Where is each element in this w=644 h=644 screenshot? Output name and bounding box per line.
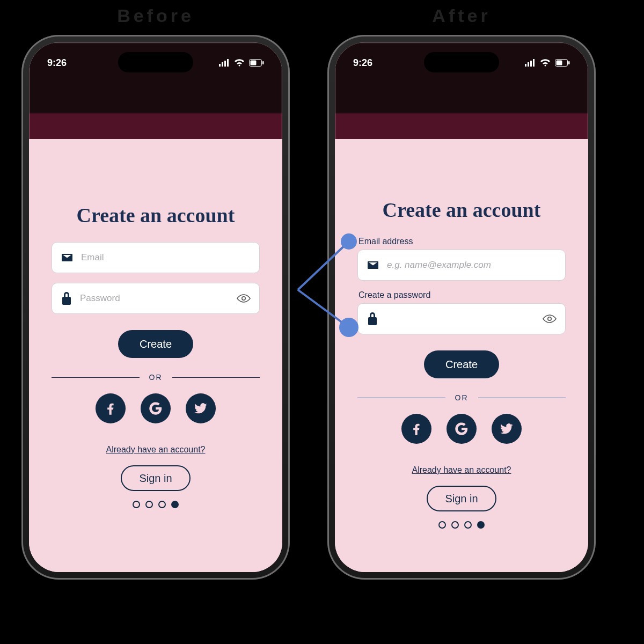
page-dots	[357, 521, 566, 529]
svg-rect-8	[525, 64, 526, 67]
status-time: 9:26	[353, 57, 372, 69]
eye-icon[interactable]	[237, 293, 251, 304]
google-icon	[454, 421, 469, 436]
page-dot[interactable]	[464, 521, 472, 529]
page-dot[interactable]	[438, 521, 446, 529]
battery-icon	[555, 59, 570, 67]
lock-icon	[367, 312, 378, 325]
svg-rect-1	[222, 62, 223, 67]
status-time: 9:26	[47, 57, 67, 69]
email-field[interactable]	[52, 242, 260, 273]
email-field[interactable]	[357, 250, 566, 281]
password-field[interactable]	[52, 283, 260, 314]
svg-rect-6	[251, 61, 257, 65]
status-bar: 9:26	[335, 52, 588, 74]
battery-icon	[249, 59, 264, 67]
svg-rect-10	[530, 61, 532, 67]
lock-icon	[61, 292, 72, 305]
cellular-icon	[525, 59, 536, 67]
svg-rect-14	[557, 61, 562, 65]
page-dots	[52, 501, 260, 508]
or-divider: OR	[52, 373, 260, 382]
svg-point-7	[242, 297, 245, 300]
svg-rect-13	[568, 61, 570, 64]
mail-icon	[367, 259, 379, 272]
facebook-icon	[409, 421, 424, 436]
facebook-button[interactable]	[401, 414, 431, 444]
signin-button[interactable]: Sign in	[427, 486, 496, 511]
svg-rect-0	[219, 64, 221, 67]
page-dot[interactable]	[158, 501, 166, 508]
page-dot-active[interactable]	[477, 521, 485, 529]
caption-before: Before	[21, 5, 290, 26]
svg-point-15	[548, 317, 551, 320]
password-input[interactable]	[386, 313, 535, 324]
google-button[interactable]	[141, 393, 171, 423]
password-label: Create a password	[358, 290, 565, 300]
password-field[interactable]	[357, 303, 566, 334]
already-have-account-link[interactable]: Already have an account?	[357, 465, 566, 475]
status-bar: 9:26	[29, 52, 282, 74]
caption-after: After	[327, 5, 596, 26]
svg-rect-2	[224, 61, 226, 67]
page-dot[interactable]	[133, 501, 140, 508]
facebook-button[interactable]	[96, 393, 126, 423]
svg-rect-9	[528, 62, 529, 67]
page-title: Create an account	[357, 198, 566, 222]
password-input[interactable]	[80, 293, 229, 304]
mail-icon	[61, 251, 74, 264]
page-dot-active[interactable]	[171, 501, 179, 508]
phone-after: 9:26 Create an account Email address Cre…	[327, 35, 596, 580]
twitter-icon	[193, 401, 208, 416]
wifi-icon	[540, 59, 551, 67]
google-icon	[148, 401, 163, 416]
cellular-icon	[219, 59, 230, 67]
page-dot[interactable]	[451, 521, 459, 529]
already-have-account-link[interactable]: Already have an account?	[52, 445, 260, 455]
eye-icon[interactable]	[543, 313, 557, 324]
google-button[interactable]	[447, 414, 477, 444]
phone-before: 9:26 Create an account C	[21, 35, 290, 580]
signin-button[interactable]: Sign in	[121, 465, 191, 491]
facebook-icon	[103, 401, 118, 416]
or-divider: OR	[357, 393, 566, 402]
svg-rect-3	[227, 59, 229, 67]
email-input[interactable]	[387, 260, 557, 270]
svg-rect-5	[262, 61, 264, 64]
page-title: Create an account	[52, 203, 260, 227]
create-button[interactable]: Create	[424, 350, 499, 378]
email-input[interactable]	[81, 252, 251, 263]
svg-rect-11	[533, 59, 535, 67]
twitter-icon	[499, 421, 514, 436]
create-button[interactable]: Create	[118, 330, 193, 358]
page-dot[interactable]	[145, 501, 153, 508]
twitter-button[interactable]	[492, 414, 522, 444]
wifi-icon	[234, 59, 245, 67]
twitter-button[interactable]	[186, 393, 216, 423]
email-label: Email address	[358, 237, 565, 246]
